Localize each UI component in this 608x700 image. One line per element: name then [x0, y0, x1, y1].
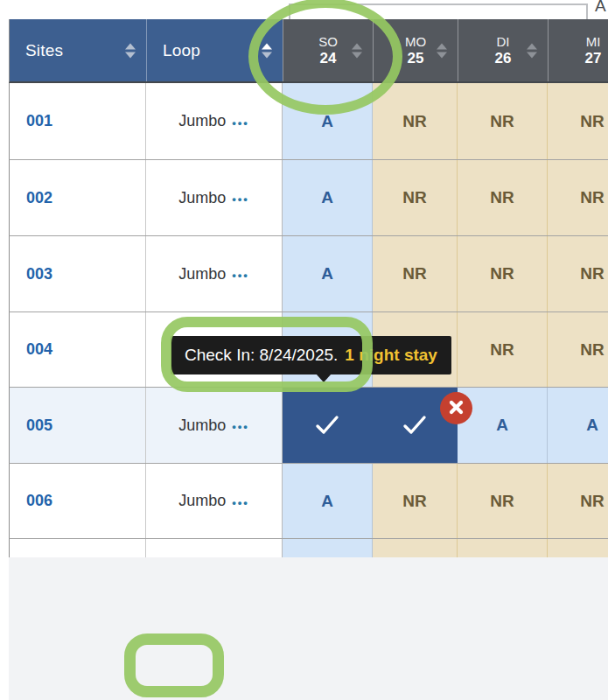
availability-table: SitesLoopSO24MO25DI26MI27 001Jumbo•••ANR… — [9, 19, 608, 557]
availability-cell[interactable]: NR — [548, 312, 608, 387]
loop-cell: Jumbo••• — [146, 160, 283, 235]
column-header-date-so24[interactable]: SO24 — [283, 19, 373, 81]
availability-cell[interactable] — [283, 539, 373, 557]
sort-desc-icon — [437, 52, 447, 58]
tooltip-checkin-text: Check In: 8/24/2025. — [185, 346, 338, 365]
column-header-date-label: SO24 — [318, 34, 338, 67]
availability-cell[interactable]: A — [283, 464, 373, 538]
sort-asc-icon — [125, 43, 136, 49]
table-row-site-002: 002Jumbo•••ANRNRNR — [9, 160, 608, 236]
loop-more-icon[interactable]: ••• — [232, 190, 249, 206]
site-cell: 003 — [10, 236, 146, 312]
column-header-label: Sites — [10, 41, 63, 60]
availability-cell[interactable]: NR — [548, 160, 608, 235]
loop-cell: Jumbo••• — [146, 83, 283, 159]
column-header-loop[interactable]: Loop — [146, 19, 283, 81]
site-link[interactable]: 006 — [10, 492, 52, 510]
table-row-partial — [9, 539, 608, 557]
column-header-date-mo25[interactable]: MO25 — [373, 19, 458, 81]
availability-cell[interactable]: NR — [548, 236, 608, 312]
day-number-label: 27 — [585, 50, 602, 67]
sort-asc-icon — [437, 43, 447, 49]
weekday-label: SO — [318, 34, 338, 49]
sort-asc-icon — [527, 43, 537, 49]
availability-cell[interactable]: NR — [458, 236, 548, 312]
loop-more-icon[interactable]: ••• — [232, 266, 249, 282]
day-number-label: 24 — [318, 50, 338, 67]
sort-control[interactable] — [437, 43, 447, 58]
site-cell: 006 — [10, 464, 146, 538]
availability-cell[interactable] — [373, 539, 458, 557]
sort-control[interactable] — [262, 43, 272, 58]
sort-asc-icon — [352, 43, 362, 49]
availability-cell[interactable]: NR — [458, 83, 548, 159]
loop-more-icon[interactable]: ••• — [232, 417, 249, 433]
table-header: SitesLoopSO24MO25DI26MI27 — [9, 19, 608, 83]
loop-more-icon[interactable]: ••• — [232, 114, 249, 130]
availability-cell[interactable] — [146, 539, 283, 557]
loop-more-icon[interactable]: ••• — [232, 494, 249, 509]
sort-control[interactable] — [527, 43, 537, 58]
close-icon — [448, 399, 465, 418]
site-link[interactable]: 005 — [10, 416, 52, 435]
column-header-date-di26[interactable]: DI26 — [458, 19, 548, 81]
availability-cell[interactable]: A — [548, 388, 608, 463]
availability-cell[interactable]: NR — [548, 83, 608, 159]
loop-label: Jumbo — [178, 112, 226, 130]
column-header-label: Loop — [147, 41, 200, 60]
top-partial-box — [289, 4, 588, 19]
checkmark-icon — [402, 414, 428, 437]
availability-cell[interactable]: NR — [373, 464, 458, 538]
availability-cell[interactable]: NR — [458, 312, 548, 387]
column-header-date-label: MO25 — [405, 34, 426, 67]
checkmark-icon — [314, 414, 340, 437]
weekday-label: MI — [586, 34, 601, 49]
availability-cell[interactable]: A — [283, 236, 373, 312]
top-partial-letter: A — [595, 0, 606, 16]
availability-cell[interactable]: A — [458, 388, 548, 463]
remove-selection-button[interactable] — [440, 392, 472, 424]
summary-panel: Site 005, Loop JUMBO ROCKS CAMPGROUND 1 … — [9, 557, 608, 700]
availability-cell[interactable] — [548, 539, 608, 557]
column-header-date-label: MI27 — [585, 34, 602, 67]
column-header-sites[interactable]: Sites — [10, 19, 146, 81]
sort-control[interactable] — [125, 43, 136, 58]
availability-cell[interactable]: NR — [458, 160, 548, 235]
site-link[interactable]: 002 — [10, 189, 52, 207]
site-link[interactable]: 004 — [10, 340, 52, 359]
loop-label: Jumbo — [178, 416, 226, 435]
tooltip-stay-text: 1 night stay — [345, 346, 437, 365]
site-cell: 001 — [10, 83, 146, 159]
day-number-label: 26 — [495, 50, 512, 67]
table-row-site-001: 001Jumbo•••ANRNRNR — [9, 83, 608, 160]
availability-cell[interactable]: NR — [373, 160, 458, 235]
site-cell: 002 — [10, 160, 146, 235]
availability-cell[interactable]: A — [283, 160, 373, 235]
weekday-label: DI — [496, 34, 509, 49]
availability-cell[interactable] — [283, 388, 373, 463]
table-row-site-006: 006Jumbo•••ANRNRNR — [9, 464, 608, 539]
availability-cell[interactable]: NR — [373, 83, 458, 159]
availability-cell[interactable] — [10, 539, 146, 557]
column-header-date-mi27[interactable]: MI27 — [548, 19, 608, 81]
column-header-date-label: DI26 — [495, 34, 512, 67]
availability-cell[interactable]: NR — [458, 464, 548, 538]
site-link[interactable]: 003 — [10, 265, 52, 284]
sort-desc-icon — [352, 52, 362, 58]
sort-control[interactable] — [352, 43, 362, 58]
availability-cell[interactable] — [458, 539, 548, 557]
loop-label: Jumbo — [178, 492, 226, 510]
sort-desc-icon — [262, 52, 272, 58]
availability-cell[interactable]: NR — [373, 236, 458, 312]
availability-cell[interactable]: NR — [548, 464, 608, 538]
site-link[interactable]: 001 — [10, 112, 52, 130]
site-cell: 004 — [10, 312, 146, 387]
tooltip-caret — [316, 374, 332, 382]
table-row-site-005: 005Jumbo•••AA — [9, 388, 608, 464]
availability-cell[interactable]: A — [283, 83, 373, 159]
day-number-label: 25 — [405, 50, 426, 67]
loop-cell: Jumbo••• — [146, 464, 283, 538]
sort-asc-icon — [262, 43, 272, 49]
sort-desc-icon — [527, 52, 537, 58]
weekday-label: MO — [405, 34, 426, 49]
